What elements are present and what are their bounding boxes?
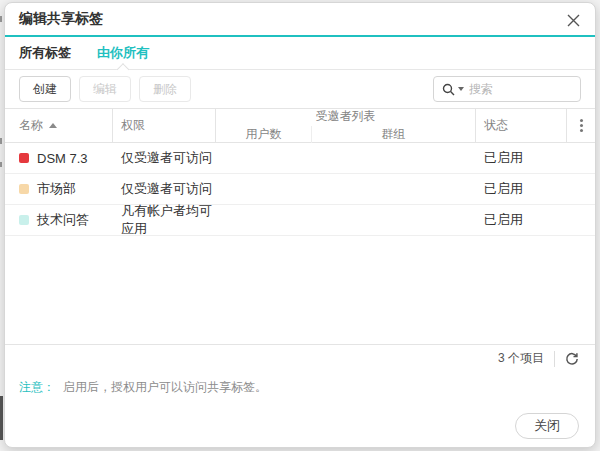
label-color-swatch <box>19 215 29 225</box>
label-group-count <box>312 205 476 235</box>
refresh-icon[interactable] <box>559 348 585 370</box>
toolbar: 创建 编辑 删除 <box>5 70 595 108</box>
background-fragment <box>0 162 2 167</box>
note-text: 启用后，授权用户可以访问共享标签。 <box>63 379 267 396</box>
table-row[interactable]: DSM 7.3 仅受邀者可访问 已启用 <box>5 143 595 174</box>
column-header-users[interactable]: 用户数 <box>216 126 312 143</box>
tab-owned-by-you[interactable]: 由你所有 <box>97 37 149 69</box>
footer-divider <box>554 351 555 367</box>
label-name: 市场部 <box>37 180 76 198</box>
dialog-title: 编辑共享标签 <box>19 10 103 28</box>
item-count: 3 个项目 <box>498 350 554 367</box>
column-options-cell <box>567 109 595 142</box>
tab-bar: 所有标签 由你所有 <box>5 37 595 70</box>
table-empty-area <box>5 236 595 344</box>
label-permission: 仅受邀者可访问 <box>113 174 216 204</box>
note-row: 注意： 启用后，授权用户可以访问共享标签。 <box>5 372 595 402</box>
column-header-name[interactable]: 名称 <box>5 109 113 142</box>
label-group-count <box>312 174 476 204</box>
column-header-groups[interactable]: 群组 <box>312 126 475 143</box>
column-header-status[interactable]: 状态 <box>476 109 567 142</box>
label-status: 已启用 <box>476 205 567 235</box>
note-prefix: 注意： <box>19 379 55 396</box>
footer-count-bar: 3 个项目 <box>5 344 595 372</box>
label-color-swatch <box>19 153 29 163</box>
table-header: 名称 权限 受邀者列表 用户数 群组 状态 <box>5 108 595 143</box>
label-color-swatch <box>19 184 29 194</box>
label-status: 已启用 <box>476 174 567 204</box>
sort-ascending-icon <box>49 123 57 128</box>
close-button[interactable]: 关闭 <box>515 413 579 439</box>
label-name: 技术问答 <box>37 211 89 229</box>
close-icon[interactable] <box>563 10 583 30</box>
tab-all-labels[interactable]: 所有标签 <box>19 37 71 69</box>
column-header-permission[interactable]: 权限 <box>113 109 216 142</box>
delete-button[interactable]: 删除 <box>139 76 191 102</box>
dialog-header: 编辑共享标签 <box>5 3 595 37</box>
background-fragment <box>0 16 2 22</box>
label-group-count <box>312 143 476 173</box>
label-name: DSM 7.3 <box>37 151 88 166</box>
edit-button[interactable]: 编辑 <box>79 76 131 102</box>
table-row[interactable]: 技术问答 凡有帐户者均可应用 已启用 <box>5 205 595 236</box>
dialog-actions: 关闭 <box>5 402 595 447</box>
label-user-count <box>216 143 312 173</box>
label-permission: 凡有帐户者均可应用 <box>113 205 216 235</box>
column-options-icon[interactable] <box>576 115 587 136</box>
background-fragment <box>0 138 2 144</box>
column-header-invitees: 受邀者列表 用户数 群组 <box>216 109 476 142</box>
label-user-count <box>216 205 312 235</box>
label-status: 已启用 <box>476 143 567 173</box>
search-scope-caret-icon[interactable] <box>458 87 464 91</box>
edit-shared-labels-dialog: 编辑共享标签 所有标签 由你所有 创建 编辑 删除 名称 <box>4 2 596 448</box>
table-row[interactable]: 市场部 仅受邀者可访问 已启用 <box>5 174 595 205</box>
search-input[interactable] <box>469 82 572 96</box>
label-user-count <box>216 174 312 204</box>
column-header-invitees-title: 受邀者列表 <box>216 109 475 126</box>
label-permission: 仅受邀者可访问 <box>113 143 216 173</box>
search-box[interactable] <box>433 76 581 102</box>
create-button[interactable]: 创建 <box>19 76 71 102</box>
search-icon <box>442 83 455 96</box>
background-fragment <box>0 396 3 440</box>
table-body: DSM 7.3 仅受邀者可访问 已启用 市场部 仅受邀者可访问 已启用 <box>5 143 595 236</box>
